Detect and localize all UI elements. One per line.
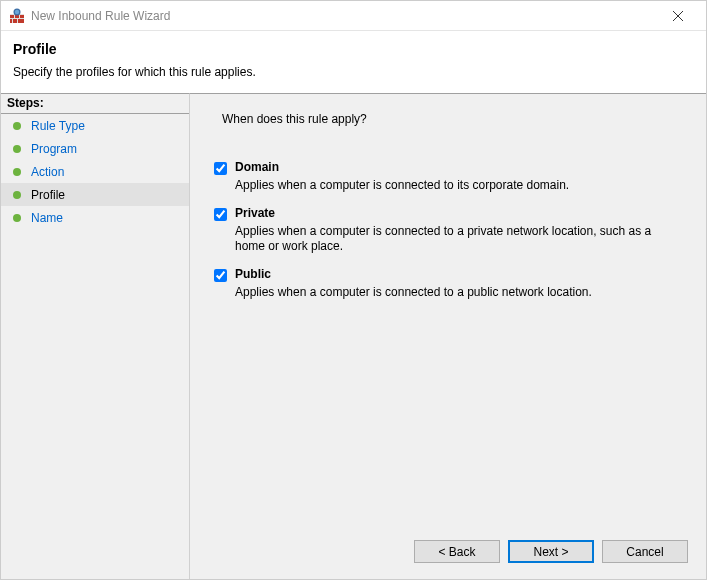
- public-label: Public: [235, 267, 271, 281]
- step-label: Profile: [31, 188, 65, 202]
- page-subtitle: Specify the profiles for which this rule…: [13, 65, 694, 79]
- private-description: Applies when a computer is connected to …: [235, 224, 665, 255]
- step-name[interactable]: Name: [1, 206, 189, 229]
- page-title: Profile: [13, 41, 694, 57]
- next-button[interactable]: Next >: [508, 540, 594, 563]
- step-bullet-icon: [13, 122, 21, 130]
- step-bullet-icon: [13, 214, 21, 222]
- firewall-icon: [9, 8, 25, 24]
- step-bullet-icon: [13, 191, 21, 199]
- step-action[interactable]: Action: [1, 160, 189, 183]
- steps-sidebar: Steps: Rule Type Program Action Profile …: [1, 93, 189, 579]
- svg-point-8: [15, 9, 19, 13]
- wizard-header: Profile Specify the profiles for which t…: [1, 31, 706, 93]
- main-area: Steps: Rule Type Program Action Profile …: [1, 93, 706, 579]
- step-rule-type[interactable]: Rule Type: [1, 114, 189, 137]
- private-checkbox[interactable]: [214, 208, 227, 221]
- content-question: When does this rule apply?: [222, 112, 682, 126]
- domain-checkbox[interactable]: [214, 162, 227, 175]
- step-label: Name: [31, 211, 63, 225]
- step-label: Action: [31, 165, 64, 179]
- private-label: Private: [235, 206, 275, 220]
- window-title: New Inbound Rule Wizard: [31, 9, 658, 23]
- step-label: Rule Type: [31, 119, 85, 133]
- domain-description: Applies when a computer is connected to …: [235, 178, 665, 194]
- svg-rect-5: [12, 18, 13, 23]
- public-checkbox[interactable]: [214, 269, 227, 282]
- step-profile[interactable]: Profile: [1, 183, 189, 206]
- steps-header: Steps:: [1, 94, 189, 114]
- cancel-button[interactable]: Cancel: [602, 540, 688, 563]
- checkbox-row-public: Public: [214, 267, 682, 282]
- content-panel: When does this rule apply? Domain Applie…: [189, 93, 706, 579]
- titlebar: New Inbound Rule Wizard: [1, 1, 706, 31]
- button-row: < Back Next > Cancel: [414, 540, 688, 563]
- checkbox-row-private: Private: [214, 206, 682, 221]
- step-bullet-icon: [13, 168, 21, 176]
- checkbox-row-domain: Domain: [214, 160, 682, 175]
- step-bullet-icon: [13, 145, 21, 153]
- domain-label: Domain: [235, 160, 279, 174]
- step-program[interactable]: Program: [1, 137, 189, 160]
- public-description: Applies when a computer is connected to …: [235, 285, 665, 301]
- close-button[interactable]: [658, 2, 698, 30]
- step-label: Program: [31, 142, 77, 156]
- close-icon: [673, 11, 683, 21]
- back-button[interactable]: < Back: [414, 540, 500, 563]
- svg-rect-6: [17, 18, 18, 23]
